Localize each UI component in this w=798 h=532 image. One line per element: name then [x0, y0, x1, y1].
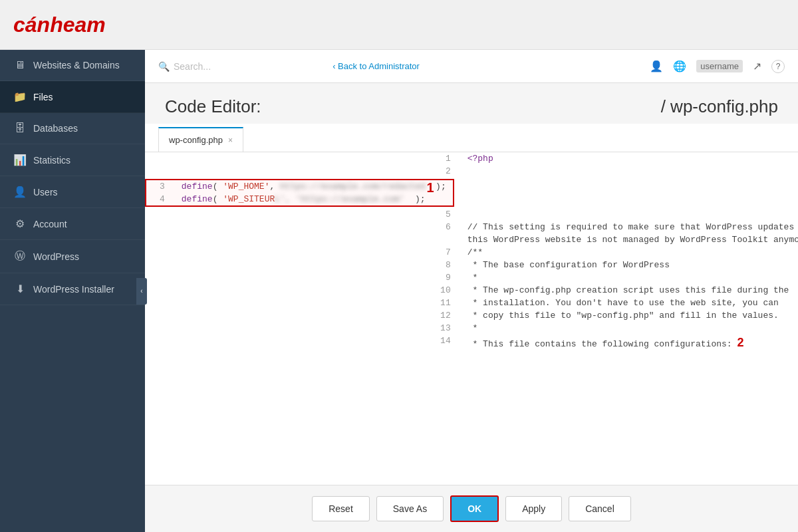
line-number: 2 — [145, 165, 461, 178]
code-line-5: 5 — [145, 208, 798, 221]
line-number: 4 — [146, 193, 175, 205]
sidebar-item-label: Websites & Domains — [33, 60, 120, 70]
files-icon: 📁 — [13, 90, 27, 103]
globe-icon[interactable]: 🌐 — [673, 60, 686, 72]
tab-close-button[interactable]: × — [228, 136, 233, 145]
ok-button[interactable]: OK — [450, 495, 499, 522]
code-line-13: 13 * — [145, 322, 798, 334]
code-line-12: 12 * copy this file to "wp-config.php" a… — [145, 309, 798, 322]
line-number: 1 — [145, 152, 461, 165]
line-content: this WordPress website is not managed by… — [461, 233, 798, 246]
code-line-10: 10 * The wp-config.php creation script u… — [145, 284, 798, 297]
statistics-icon: 📊 — [13, 154, 27, 166]
users-icon: 👤 — [13, 186, 27, 198]
code-editor[interactable]: 1 <?php 2 3 define( 'WP_HOME', https://e… — [145, 152, 798, 485]
editor-title: Code Editor: — [165, 96, 261, 117]
sidebar-collapse-button[interactable]: ‹ — [136, 278, 147, 305]
line-content: * copy this file to "wp-config.php" and … — [461, 309, 798, 322]
code-line-4: 4 define( 'WP_SITEURL', 'https://example… — [146, 193, 453, 205]
line-number: 7 — [145, 246, 461, 259]
line-number: 3 — [146, 180, 175, 193]
username-label[interactable]: username — [696, 60, 743, 72]
save-as-button[interactable]: Save As — [376, 496, 444, 521]
sidebar-item-websites[interactable]: 🖥 Websites & Domains — [0, 50, 145, 81]
search-placeholder: Search... — [174, 61, 211, 72]
external-link-icon[interactable]: ↗ — [753, 60, 761, 72]
code-line-3: 3 define( 'WP_HOME', https://example.com… — [146, 180, 453, 193]
wordpress-icon: Ⓦ — [13, 249, 27, 263]
sidebar-item-label: Files — [33, 92, 53, 102]
code-line-1: 1 <?php — [145, 152, 798, 165]
content-area: 🔍 Search... ‹ Back to Administrator 👤 🌐 … — [145, 50, 798, 532]
sidebar-item-wordpress-installer[interactable]: ⬇ WordPress Installer — [0, 273, 145, 305]
editor-title-text: Code Editor: — [165, 96, 261, 116]
line-content: * The wp-config.php creation script uses… — [461, 284, 798, 297]
code-line-6: 6 // This setting is required to make su… — [145, 221, 798, 233]
logo-accent: h — [50, 13, 63, 37]
logo-text: cán — [13, 13, 50, 37]
back-to-administrator-link[interactable]: ‹ Back to Administrator — [332, 61, 420, 71]
code-lines: 1 <?php 2 3 define( 'WP_HOME', https://e… — [145, 152, 798, 351]
reset-button[interactable]: Reset — [312, 496, 370, 521]
highlighted-block: 3 define( 'WP_HOME', https://example.com… — [145, 179, 454, 207]
tab-label: wp-config.php — [169, 135, 223, 145]
line-number: 11 — [145, 297, 461, 309]
databases-icon: 🗄 — [13, 122, 27, 134]
editor-tab-wp-config[interactable]: wp-config.php × — [158, 127, 243, 152]
top-bar: cánheam — [0, 0, 798, 50]
help-icon[interactable]: ? — [771, 60, 785, 73]
editor-filename-text: / wp-config.php — [661, 96, 778, 116]
toolbar-right: 👤 🌐 username ↗ ? — [650, 60, 785, 73]
editor-filename-display: / wp-config.php — [661, 96, 778, 117]
line-number: 14 — [145, 334, 461, 351]
line-number: 9 — [145, 271, 461, 284]
search-box[interactable]: 🔍 Search... — [158, 61, 211, 72]
button-bar: Reset Save As OK Apply Cancel — [145, 485, 798, 532]
sidebar-item-label: WordPress — [33, 251, 79, 262]
sidebar-item-label: Statistics — [33, 155, 70, 166]
sidebar-item-wordpress[interactable]: Ⓦ WordPress — [0, 240, 145, 273]
line-content: * — [461, 271, 798, 284]
code-line-2: 2 — [145, 165, 798, 178]
search-icon: 🔍 — [158, 61, 170, 72]
sidebar-item-databases[interactable]: 🗄 Databases — [0, 113, 145, 144]
account-icon: ⚙ — [13, 217, 27, 230]
sidebar-item-label: WordPress Installer — [33, 284, 114, 295]
line-content: define( 'WP_HOME', https://example.com/r… — [175, 180, 453, 193]
line-number: 5 — [145, 208, 461, 221]
line-number: 10 — [145, 284, 461, 297]
websites-icon: 🖥 — [13, 59, 27, 71]
code-line-8: 8 * The base configuration for WordPress — [145, 259, 798, 271]
line-number — [145, 233, 461, 246]
sidebar-item-account[interactable]: ⚙ Account — [0, 208, 145, 240]
line-number: 13 — [145, 322, 461, 334]
sidebar-item-statistics[interactable]: 📊 Statistics — [0, 144, 145, 176]
sidebar-item-label: Users — [33, 187, 58, 198]
line-content: * The base configuration for WordPress — [461, 259, 798, 271]
editor-wrapper: Code Editor: / wp-config.php wp-config.p… — [145, 83, 798, 532]
line-content: * installation. You don't have to use th… — [461, 297, 798, 309]
logo-text2: eam — [63, 13, 106, 37]
code-line-11: 11 * installation. You don't have to use… — [145, 297, 798, 309]
line-content: /** — [461, 246, 798, 259]
line-content: <?php — [461, 152, 798, 165]
line-number: 8 — [145, 259, 461, 271]
user-icon[interactable]: 👤 — [650, 60, 663, 72]
annotation-1: 1 — [427, 180, 434, 196]
line-content — [461, 208, 798, 221]
main-layout: 🖥 Websites & Domains 📁 Files 🗄 Databases… — [0, 50, 798, 532]
editor-header: Code Editor: / wp-config.php — [145, 83, 798, 124]
code-line-7: 7 /** — [145, 246, 798, 259]
line-content: define( 'WP_SITEURL', 'https://example.c… — [175, 193, 453, 205]
sidebar: 🖥 Websites & Domains 📁 Files 🗄 Databases… — [0, 50, 145, 532]
sidebar-item-files[interactable]: 📁 Files — [0, 81, 145, 113]
line-content: // This setting is required to make sure… — [461, 221, 798, 233]
logo: cánheam — [13, 13, 106, 37]
sidebar-item-users[interactable]: 👤 Users — [0, 176, 145, 208]
tab-bar: wp-config.php × — [145, 124, 798, 152]
line-content — [461, 165, 798, 178]
line-content: * This file contains the following confi… — [461, 334, 798, 351]
line-number: 6 — [145, 221, 461, 233]
cancel-button[interactable]: Cancel — [569, 496, 631, 521]
apply-button[interactable]: Apply — [505, 496, 562, 521]
